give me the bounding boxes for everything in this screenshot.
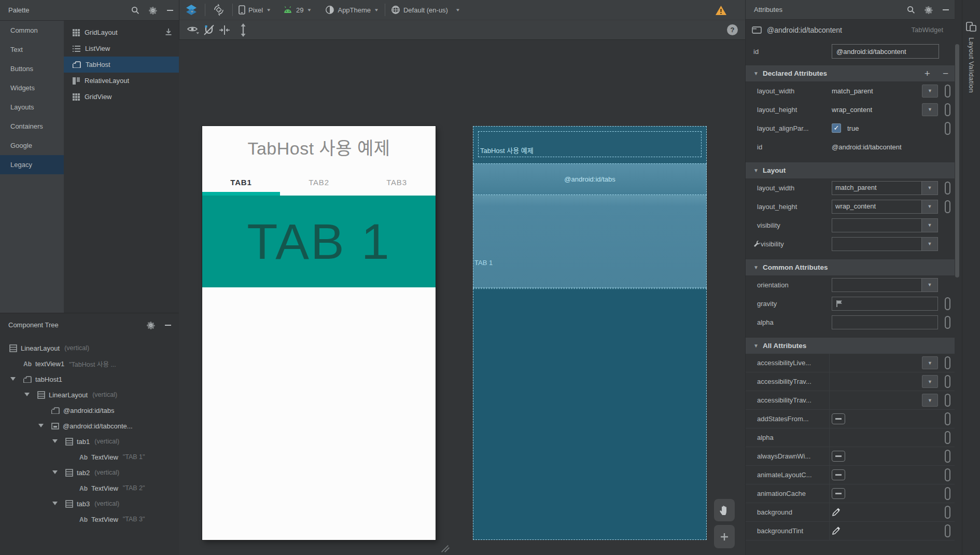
theme-selector[interactable]: AppTheme ▼ bbox=[325, 5, 379, 15]
expand-arrow-icon[interactable] bbox=[38, 423, 44, 428]
design-surface-icon[interactable] bbox=[184, 3, 199, 17]
blueprint-preview[interactable]: TabHost 사용 예제 @android:id/tabs TAB 1 bbox=[473, 126, 707, 540]
collapse-arrow-icon[interactable]: ▼ bbox=[753, 71, 759, 76]
checkbox[interactable]: ✓ bbox=[832, 123, 841, 133]
connect-pill[interactable] bbox=[945, 85, 950, 98]
attributes-scrollbar[interactable] bbox=[955, 0, 960, 555]
orientation-icon[interactable] bbox=[211, 3, 227, 17]
boolean-toggle[interactable] bbox=[832, 488, 845, 499]
tree-item-textview1[interactable]: AbtextView1"TabHost 사용 ... bbox=[0, 356, 179, 371]
dropdown-button[interactable]: ▼ bbox=[922, 103, 938, 116]
add-attribute-button[interactable]: + bbox=[925, 68, 930, 78]
palette-item-tabhost[interactable]: TabHost bbox=[64, 57, 179, 73]
tree-item-textview[interactable]: AbTextView"TAB 3" bbox=[0, 511, 179, 527]
zoom-in-button[interactable] bbox=[714, 525, 735, 548]
connect-pill[interactable] bbox=[945, 356, 950, 369]
dropdown-button[interactable]: ▼ bbox=[922, 85, 938, 98]
layout-validation-label[interactable]: Layout Validation bbox=[968, 37, 975, 93]
flag-input[interactable] bbox=[832, 297, 938, 311]
pan-vertical-icon[interactable] bbox=[235, 23, 251, 37]
palette-category-containers[interactable]: Containers bbox=[0, 117, 64, 136]
api-selector[interactable]: 29 ▼ bbox=[283, 6, 312, 14]
expand-arrow-icon[interactable] bbox=[52, 439, 58, 444]
blueprint-tabs-box[interactable]: @android:id/tabs bbox=[473, 163, 707, 195]
palette-category-layouts[interactable]: Layouts bbox=[0, 98, 64, 117]
tree-item--android-id-tabconte-[interactable]: @android:id/tabconte... bbox=[0, 418, 179, 434]
connect-pill[interactable] bbox=[945, 412, 950, 425]
tree-item-tabhost1[interactable]: tabHost1 bbox=[0, 371, 179, 387]
combo-box[interactable]: ▼ bbox=[832, 218, 938, 232]
boolean-toggle[interactable] bbox=[832, 469, 845, 480]
boolean-toggle[interactable] bbox=[832, 413, 845, 424]
minimize-icon[interactable] bbox=[164, 322, 172, 329]
connect-pill[interactable] bbox=[945, 122, 950, 135]
blueprint-tabcontent-box[interactable] bbox=[473, 288, 707, 540]
preview-tab-tab3[interactable]: TAB3 bbox=[358, 169, 436, 196]
palette-item-relativelayout[interactable]: RelativeLayout bbox=[64, 73, 179, 89]
palette-category-legacy[interactable]: Legacy bbox=[0, 155, 64, 174]
connect-pill[interactable] bbox=[945, 316, 950, 329]
tree-item-textview[interactable]: AbTextView"TAB 1" bbox=[0, 449, 179, 465]
section-header-layout[interactable]: ▼Layout bbox=[746, 162, 955, 178]
gear-icon[interactable] bbox=[147, 321, 155, 329]
connect-pill[interactable] bbox=[945, 297, 950, 310]
connect-pill[interactable] bbox=[945, 524, 950, 537]
connect-pill[interactable] bbox=[945, 375, 950, 388]
section-header-declared-attributes[interactable]: ▼Declared Attributes+− bbox=[746, 65, 955, 81]
dropdown-button[interactable]: ▼ bbox=[922, 375, 938, 388]
collapse-arrow-icon[interactable]: ▼ bbox=[753, 265, 759, 270]
collapse-arrow-icon[interactable]: ▼ bbox=[753, 343, 759, 349]
scrollbar-thumb[interactable] bbox=[955, 44, 959, 278]
connect-pill[interactable] bbox=[945, 431, 950, 444]
section-header-all-attributes[interactable]: ▼All Attributes bbox=[746, 338, 955, 354]
section-header-common-attributes[interactable]: ▼Common Attributes bbox=[746, 259, 955, 275]
collapse-arrow-icon[interactable]: ▼ bbox=[753, 168, 759, 173]
palette-item-gridlayout[interactable]: GridLayout bbox=[64, 24, 179, 40]
palette-item-listview[interactable]: ListView bbox=[64, 40, 179, 57]
pan-tool-button[interactable] bbox=[714, 499, 735, 521]
text-input[interactable] bbox=[832, 315, 938, 329]
layout-validation-icon[interactable] bbox=[965, 21, 977, 32]
boolean-toggle[interactable] bbox=[832, 451, 845, 462]
palette-item-gridview[interactable]: GridView bbox=[64, 89, 179, 105]
id-input[interactable] bbox=[832, 44, 939, 59]
minimize-icon[interactable] bbox=[942, 6, 949, 13]
connect-pill[interactable] bbox=[945, 468, 950, 481]
connect-pill[interactable] bbox=[945, 450, 950, 463]
preview-tab-tab2[interactable]: TAB2 bbox=[280, 169, 358, 196]
tree-item--android-id-tabs[interactable]: @android:id/tabs bbox=[0, 403, 179, 418]
help-icon[interactable]: ? bbox=[727, 24, 738, 35]
connect-pill[interactable] bbox=[945, 487, 950, 500]
palette-category-text[interactable]: Text bbox=[0, 40, 64, 59]
device-selector[interactable]: Pixel ▼ bbox=[239, 5, 271, 15]
default-margins-icon[interactable] bbox=[217, 23, 232, 37]
search-icon[interactable] bbox=[907, 6, 915, 14]
minimize-icon[interactable] bbox=[166, 7, 174, 14]
blueprint-content-box[interactable]: TAB 1 bbox=[473, 195, 707, 288]
combo-box[interactable]: wrap_content▼ bbox=[832, 200, 938, 214]
tree-item-textview[interactable]: AbTextView"TAB 2" bbox=[0, 480, 179, 496]
search-icon[interactable] bbox=[131, 6, 139, 15]
dropdown-button[interactable]: ▼ bbox=[922, 356, 938, 369]
expand-arrow-icon[interactable] bbox=[24, 392, 30, 397]
expand-arrow-icon[interactable] bbox=[52, 501, 58, 506]
palette-category-widgets[interactable]: Widgets bbox=[0, 78, 64, 98]
palette-category-buttons[interactable]: Buttons bbox=[0, 59, 64, 78]
design-canvas[interactable]: TabHost 사용 예제 TAB1TAB2TAB3 TAB 1 TabHost… bbox=[179, 40, 745, 555]
connect-pill[interactable] bbox=[945, 506, 950, 519]
warning-icon[interactable] bbox=[715, 5, 727, 16]
download-icon[interactable] bbox=[164, 28, 173, 36]
gear-icon[interactable] bbox=[925, 6, 933, 14]
remove-attribute-button[interactable]: − bbox=[943, 68, 948, 78]
view-options-icon[interactable] bbox=[186, 23, 201, 37]
tree-item-tab2[interactable]: tab2(vertical) bbox=[0, 465, 179, 480]
resize-handle[interactable] bbox=[439, 542, 451, 553]
resource-picker-icon[interactable] bbox=[832, 526, 841, 535]
design-preview[interactable]: TabHost 사용 예제 TAB1TAB2TAB3 TAB 1 bbox=[202, 126, 436, 540]
tree-item-tab3[interactable]: tab3(vertical) bbox=[0, 496, 179, 511]
palette-category-common[interactable]: Common bbox=[0, 21, 64, 40]
locale-selector[interactable]: Default (en-us) ▼ bbox=[391, 5, 460, 15]
connect-pill[interactable] bbox=[945, 103, 950, 116]
combo-box[interactable]: ▼ bbox=[832, 237, 938, 251]
tree-item-tab1[interactable]: tab1(vertical) bbox=[0, 434, 179, 449]
